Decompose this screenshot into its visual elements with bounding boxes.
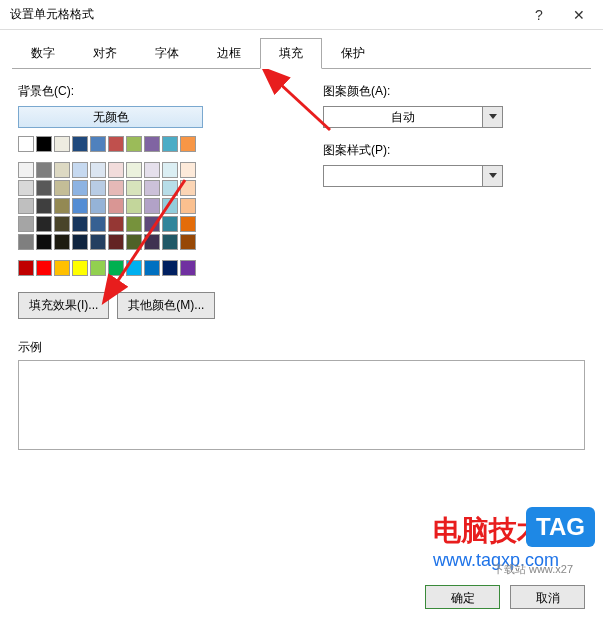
color-swatch[interactable] (72, 180, 88, 196)
chevron-down-icon[interactable] (482, 107, 502, 127)
color-swatch[interactable] (162, 198, 178, 214)
color-swatch[interactable] (108, 136, 124, 152)
color-swatch[interactable] (108, 180, 124, 196)
color-swatch[interactable] (180, 234, 196, 250)
color-swatch[interactable] (90, 136, 106, 152)
color-swatch[interactable] (108, 216, 124, 232)
color-swatch[interactable] (162, 216, 178, 232)
color-swatch[interactable] (180, 198, 196, 214)
chevron-down-icon[interactable] (482, 166, 502, 186)
color-swatch[interactable] (18, 136, 34, 152)
color-swatch[interactable] (90, 216, 106, 232)
color-swatch[interactable] (180, 162, 196, 178)
color-swatch[interactable] (108, 260, 124, 276)
ok-button[interactable]: 确定 (425, 585, 500, 609)
tag-badge: TAG (526, 507, 595, 547)
color-swatch[interactable] (144, 162, 160, 178)
color-swatch[interactable] (180, 136, 196, 152)
color-swatch[interactable] (144, 198, 160, 214)
color-swatch[interactable] (90, 162, 106, 178)
color-swatch[interactable] (72, 162, 88, 178)
color-swatch[interactable] (126, 234, 142, 250)
color-swatch[interactable] (144, 136, 160, 152)
color-swatch[interactable] (144, 234, 160, 250)
color-swatch[interactable] (180, 180, 196, 196)
color-swatch[interactable] (36, 162, 52, 178)
color-swatch[interactable] (72, 136, 88, 152)
color-swatch[interactable] (126, 260, 142, 276)
color-swatch[interactable] (144, 180, 160, 196)
color-swatch[interactable] (54, 136, 70, 152)
color-swatch[interactable] (36, 216, 52, 232)
pattern-style-label: 图案样式(P): (323, 142, 538, 159)
color-swatch[interactable] (36, 198, 52, 214)
color-swatch[interactable] (144, 260, 160, 276)
color-swatch[interactable] (54, 162, 70, 178)
more-colors-button[interactable]: 其他颜色(M)... (117, 292, 215, 319)
color-swatch[interactable] (108, 198, 124, 214)
bg-color-label: 背景色(C): (18, 83, 273, 100)
color-swatch[interactable] (18, 216, 34, 232)
color-swatch[interactable] (72, 198, 88, 214)
color-swatch[interactable] (126, 216, 142, 232)
window-title: 设置单元格格式 (10, 6, 94, 23)
color-swatch[interactable] (126, 180, 142, 196)
color-swatch[interactable] (54, 216, 70, 232)
color-swatch[interactable] (72, 234, 88, 250)
color-swatch[interactable] (162, 162, 178, 178)
color-swatch[interactable] (36, 136, 52, 152)
tab-font[interactable]: 字体 (136, 38, 198, 69)
color-swatch[interactable] (36, 234, 52, 250)
color-swatch[interactable] (54, 234, 70, 250)
color-swatch[interactable] (18, 180, 34, 196)
color-swatch[interactable] (108, 162, 124, 178)
color-swatch[interactable] (180, 216, 196, 232)
color-swatch[interactable] (18, 162, 34, 178)
color-swatch[interactable] (54, 260, 70, 276)
color-swatch[interactable] (162, 136, 178, 152)
no-color-label: 无颜色 (93, 109, 129, 126)
color-swatch[interactable] (72, 216, 88, 232)
watermark-url: www.tagxp.com (433, 550, 573, 571)
color-swatch[interactable] (162, 180, 178, 196)
color-swatch[interactable] (18, 260, 34, 276)
color-swatch[interactable] (162, 260, 178, 276)
content-area: 背景色(C): 无颜色 填充效果(I)... 其他颜色(M)... 图案颜色(A… (0, 69, 603, 329)
color-swatch[interactable] (54, 180, 70, 196)
color-swatch[interactable] (90, 180, 106, 196)
tabs: 数字 对齐 字体 边框 填充 保护 (0, 30, 603, 69)
color-swatch[interactable] (162, 234, 178, 250)
tab-border[interactable]: 边框 (198, 38, 260, 69)
color-swatch[interactable] (90, 198, 106, 214)
close-icon[interactable]: ✕ (559, 1, 599, 29)
color-swatch[interactable] (126, 136, 142, 152)
tab-fill[interactable]: 填充 (260, 38, 322, 69)
color-swatch[interactable] (36, 260, 52, 276)
watermark-cn: 电脑技术网 (433, 512, 573, 550)
tab-align[interactable]: 对齐 (74, 38, 136, 69)
tab-protect[interactable]: 保护 (322, 38, 384, 69)
color-swatch[interactable] (90, 234, 106, 250)
example-preview (18, 360, 585, 450)
watermark: TAG 电脑技术网 www.tagxp.com 下载站 www.x27 (433, 512, 573, 571)
pattern-color-combo[interactable]: 自动 (323, 106, 503, 128)
color-swatch[interactable] (126, 162, 142, 178)
color-swatch[interactable] (18, 198, 34, 214)
cancel-button[interactable]: 取消 (510, 585, 585, 609)
color-swatch[interactable] (90, 260, 106, 276)
fill-effects-button[interactable]: 填充效果(I)... (18, 292, 109, 319)
titlebar: 设置单元格格式 ? ✕ (0, 0, 603, 30)
color-swatch[interactable] (36, 180, 52, 196)
color-swatch[interactable] (72, 260, 88, 276)
dialog-footer: 确定 取消 (425, 585, 585, 609)
no-color-button[interactable]: 无颜色 (18, 106, 203, 128)
tab-number[interactable]: 数字 (12, 38, 74, 69)
color-swatch[interactable] (144, 216, 160, 232)
color-swatch[interactable] (18, 234, 34, 250)
color-swatch[interactable] (126, 198, 142, 214)
pattern-style-combo[interactable] (323, 165, 503, 187)
color-swatch[interactable] (180, 260, 196, 276)
color-swatch[interactable] (54, 198, 70, 214)
color-swatch[interactable] (108, 234, 124, 250)
help-icon[interactable]: ? (519, 1, 559, 29)
